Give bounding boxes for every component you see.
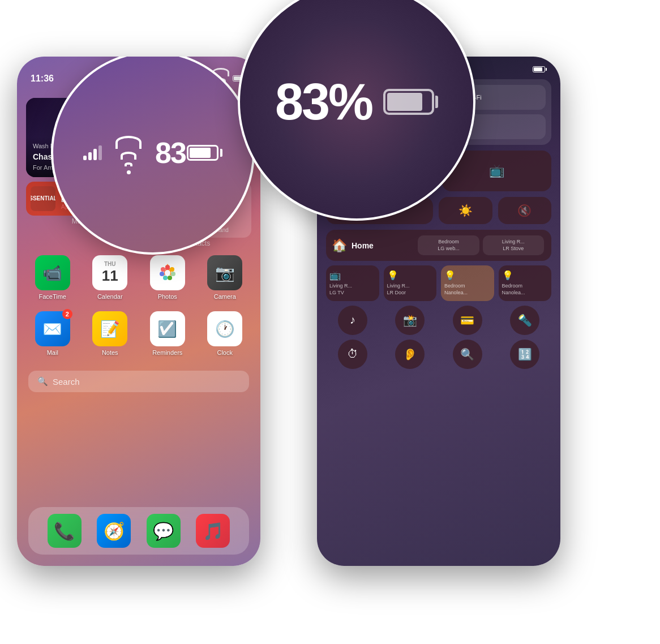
mail-badge: 2 xyxy=(62,309,72,319)
zoom-content: 83 xyxy=(83,131,222,174)
dock-safari[interactable]: 🧭 xyxy=(97,514,131,548)
timer-icon: ⏱ xyxy=(347,347,358,360)
dock-music[interactable]: 🎵 xyxy=(196,514,230,548)
zoom-right-content: 83% xyxy=(275,73,438,131)
app-row-1: 📹 FaceTime THU 11 Calendar xyxy=(17,250,260,306)
dock-phone[interactable]: 📞 xyxy=(48,514,82,548)
device-nano2-label: BedroomNanolea... xyxy=(502,283,548,296)
calendar-day: 11 xyxy=(102,267,118,285)
zoom-right-battery-icon xyxy=(383,89,438,115)
device-lg-tv-label: Living R...LG TV xyxy=(329,283,376,296)
facetime-label: FaceTime xyxy=(39,293,67,300)
camera-label: Camera xyxy=(214,293,236,300)
cc-camera-icon: 📸 xyxy=(403,314,417,327)
cc-bottom-row-2: ⏱ 👂 🔍 🔢 xyxy=(326,340,551,369)
device-lr-door-label: Living R...LR Door xyxy=(387,283,434,296)
app-calendar[interactable]: THU 11 Calendar xyxy=(86,255,135,300)
calendar-label: Calendar xyxy=(97,293,123,300)
app-photos[interactable]: Photos xyxy=(143,255,192,300)
reminders-label: Reminders xyxy=(152,349,182,356)
cc-devices-row: 📺 Living R...LG TV 💡 Living R...LR Door … xyxy=(326,265,551,300)
cc-wallet-btn[interactable]: 💳 xyxy=(453,306,482,335)
cc-shazam-btn[interactable]: ♪ xyxy=(338,306,367,335)
search-bar[interactable]: 🔍 Search xyxy=(28,371,249,392)
app-row-2: ✉️ 2 Mail 📝 Notes ☑️ Reminders 🕐 Clock xyxy=(17,306,260,362)
cc-device-bedroom-lg[interactable]: BedroomLG web... xyxy=(418,235,479,255)
svg-point-3 xyxy=(171,272,175,276)
zoom-bars-icon xyxy=(83,145,102,160)
nano2-icon: 💡 xyxy=(502,270,548,281)
svg-point-9 xyxy=(165,270,170,276)
right-phone-wrapper: AT ✈️ Wi-Fi xyxy=(260,0,560,644)
dock-messages[interactable]: 💬 xyxy=(147,514,181,548)
clock-label: Clock xyxy=(217,349,233,356)
shazam-icon: ♪ xyxy=(350,314,355,327)
clock-icon: 🕐 xyxy=(207,311,242,346)
wallet-icon: 💳 xyxy=(460,314,474,327)
airplay-icon: 📺 xyxy=(489,164,504,178)
reminders-icon: ☑️ xyxy=(150,311,185,346)
cc-magnifier-btn[interactable]: 🔍 xyxy=(453,340,482,369)
app-clock[interactable]: 🕐 Clock xyxy=(201,311,250,356)
zoom-battery: 83 xyxy=(155,136,222,170)
cc-hearing-btn[interactable]: 👂 xyxy=(395,340,425,369)
mail-label: Mail xyxy=(47,349,58,356)
svg-point-5 xyxy=(163,276,168,280)
cc-device-bedroom-nano2[interactable]: 💡 BedroomNanolea... xyxy=(499,265,552,300)
cc-device-lg-tv[interactable]: 📺 Living R...LG TV xyxy=(326,265,379,300)
device-nano1-label: BedroomNanolea... xyxy=(444,283,491,296)
zoom-battery-number: 83 xyxy=(155,136,186,170)
cc-mute-panel[interactable]: 🔇 xyxy=(498,197,552,224)
device-name: BedroomLG web... xyxy=(422,239,474,252)
svg-point-6 xyxy=(160,272,164,276)
cc-device-bedroom-nano1[interactable]: 💡 BedroomNanolea... xyxy=(441,265,494,300)
cc-device-lr-door[interactable]: 💡 Living R...LR Door xyxy=(384,265,437,300)
photos-icon xyxy=(150,255,185,290)
tv-icon: 📺 xyxy=(329,270,376,281)
cc-calculator-btn[interactable]: 🔢 xyxy=(510,340,539,369)
left-time: 11:36 xyxy=(31,74,54,84)
cc-flashlight-btn[interactable]: 🔦 xyxy=(510,306,539,335)
zoom-right-battery-pct: 83% xyxy=(275,73,372,131)
right-battery xyxy=(533,66,547,72)
app-reminders[interactable]: ☑️ Reminders xyxy=(143,311,192,356)
calendar-icon: THU 11 xyxy=(92,255,127,290)
app-camera[interactable]: 📷 Camera xyxy=(201,255,250,300)
app-notes[interactable]: 📝 Notes xyxy=(86,311,135,356)
notes-label: Notes xyxy=(102,349,118,356)
cc-device-lr-stove[interactable]: Living R...LR Stove xyxy=(483,235,544,255)
cc-brightness-panel[interactable]: ☀️ xyxy=(439,197,492,224)
device-name-2: Living R...LR Stove xyxy=(487,239,539,252)
music-album-art: ESSENTIALS xyxy=(31,186,55,211)
brightness-icon: ☀️ xyxy=(458,204,473,217)
svg-point-2 xyxy=(170,267,174,272)
home-icon: 🏠 xyxy=(332,238,347,253)
mute-icon: 🔇 xyxy=(517,204,532,217)
facetime-icon: 📹 xyxy=(35,255,70,290)
left-zoom-circle: 83 xyxy=(51,57,255,255)
search-icon: 🔍 xyxy=(37,376,48,387)
cc-home-row: 🏠 Home BedroomLG web... Living R...LR St… xyxy=(326,230,551,261)
search-text: Search xyxy=(53,377,80,387)
cc-timer-btn[interactable]: ⏱ xyxy=(338,340,367,369)
calculator-icon: 🔢 xyxy=(518,347,532,361)
app-mail[interactable]: ✉️ 2 Mail xyxy=(28,311,77,356)
left-phone: 11:36 Wash Post Chasing that one perfect… xyxy=(17,57,260,566)
svg-point-4 xyxy=(168,276,172,280)
cc-bottom-row-1: ♪ 📸 💳 🔦 xyxy=(326,306,551,335)
dock: 📞 🧭 💬 🎵 xyxy=(28,507,249,555)
svg-point-8 xyxy=(165,265,170,270)
door-icon: 💡 xyxy=(387,270,434,281)
zoom-wifi-icon xyxy=(115,131,142,174)
home-label: Home xyxy=(352,241,416,250)
camera-icon: 📷 xyxy=(207,255,242,290)
cc-camera-btn[interactable]: 📸 xyxy=(395,306,425,335)
flashlight-icon: 🔦 xyxy=(518,314,532,327)
zoom-signal xyxy=(83,145,102,160)
zoom-battery-icon xyxy=(187,145,218,161)
svg-point-7 xyxy=(161,267,165,272)
magnifier-icon: 🔍 xyxy=(460,347,474,361)
mail-icon: ✉️ 2 xyxy=(35,311,70,346)
photos-label: Photos xyxy=(158,293,177,300)
app-facetime[interactable]: 📹 FaceTime xyxy=(28,255,77,300)
